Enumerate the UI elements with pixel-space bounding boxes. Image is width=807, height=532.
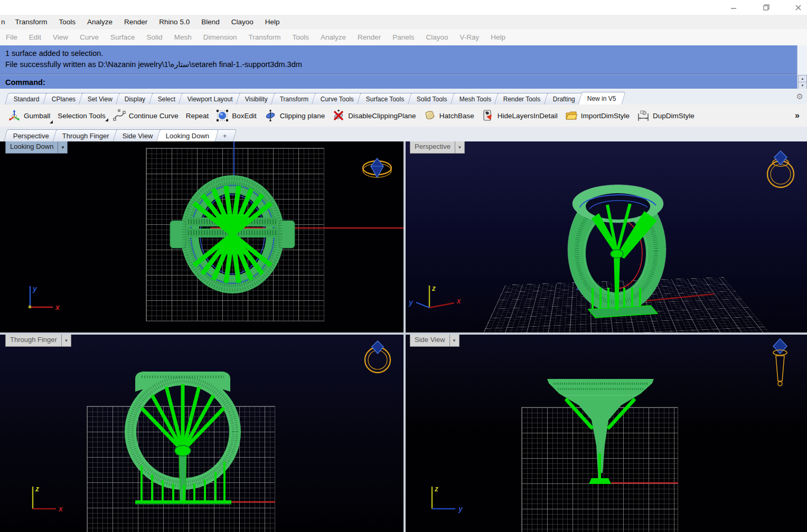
axis-indicator: y x [29, 284, 60, 311]
menu-clayoo2[interactable]: Clayoo [420, 33, 454, 41]
menu-tools2[interactable]: Tools [286, 33, 315, 41]
dup-dimstyle-button[interactable]: DupDimStyle [633, 108, 698, 124]
viewport-grid: y x Looking Down ▼ [0, 141, 807, 532]
menu-panels[interactable]: Panels [387, 33, 420, 41]
close-button[interactable] [789, 2, 807, 13]
svg-text:y: y [32, 284, 37, 293]
viewport-tab-through-finger[interactable]: Through Finger [53, 129, 119, 141]
toolbar-overflow-chevron[interactable]: » [795, 111, 800, 120]
command-history: 1 surface added to selection. File succe… [0, 45, 797, 77]
ring-view-indicator-icon [365, 341, 390, 373]
command-input[interactable]: Command: [0, 75, 797, 89]
import-dimstyle-button[interactable]: ImportDimStyle [561, 108, 633, 124]
dropdown-corner [105, 118, 108, 121]
menu-analyze2[interactable]: Analyze [315, 33, 352, 41]
boxedit-icon [216, 109, 229, 122]
menu-dimension[interactable]: Dimension [198, 33, 243, 41]
menu-solid[interactable]: Solid [141, 33, 168, 41]
tab-visibility[interactable]: Visibility [236, 93, 277, 104]
tab-viewport-layout[interactable]: Viewport Layout [179, 93, 242, 104]
command-prompt-label: Command: [5, 78, 45, 87]
ring-view-indicator-icon [767, 151, 794, 187]
minimize-button[interactable] [725, 2, 743, 13]
hatchbase-button[interactable]: HatchBase [420, 108, 478, 124]
menu-mesh[interactable]: Mesh [168, 33, 198, 41]
viewport-title-through-finger[interactable]: Through Finger ▼ [5, 335, 71, 347]
scroll-down-button[interactable]: ▼ [798, 82, 807, 89]
menu-help2[interactable]: Help [485, 33, 511, 41]
side-view-model: z y [406, 335, 807, 532]
menu-vray[interactable]: V-Ray [454, 33, 485, 41]
tab-solid-tools[interactable]: Solid Tools [408, 93, 456, 104]
continue-curve-icon [113, 109, 126, 122]
command-scrollbar[interactable]: ▲ ▼ [797, 45, 807, 89]
viewport-title-side-view[interactable]: Side View ▼ [410, 335, 459, 347]
continue-curve-button[interactable]: Continue Curve [109, 108, 182, 124]
clipping-plane-button[interactable]: Clipping plane [260, 108, 329, 124]
menu-view[interactable]: View [47, 33, 74, 41]
menu-tools[interactable]: Tools [53, 18, 82, 26]
hide-layers-in-detail-button[interactable]: HideLayersInDetail [478, 108, 561, 124]
restore-button[interactable] [757, 2, 775, 13]
svg-text:z: z [35, 484, 39, 493]
svg-text:z: z [434, 484, 438, 493]
viewport-tab-perspective[interactable]: Perspective [4, 129, 59, 141]
viewport-tab-bar: Perspective Through Finger Side View Loo… [0, 127, 807, 141]
menu-edit[interactable]: Edit [23, 33, 47, 41]
selection-tools-button[interactable]: Selection Tools [54, 110, 109, 121]
menu-transform[interactable]: Transform [10, 18, 53, 26]
close-icon [795, 4, 802, 11]
menu-surface[interactable]: Surface [105, 33, 141, 41]
tab-cplanes[interactable]: CPlanes [43, 93, 85, 104]
viewport-through-finger[interactable]: z x Through Finger ▼ [0, 335, 404, 532]
tab-render-tools[interactable]: Render Tools [494, 93, 550, 104]
svg-text:y: y [458, 505, 463, 513]
through-finger-model: z x [0, 335, 404, 532]
gear-icon[interactable]: ⚙ [796, 92, 803, 101]
tab-new-in-v5[interactable]: New in V5 [578, 92, 625, 104]
menu-help[interactable]: Help [259, 18, 286, 26]
hatchbase-icon [424, 109, 436, 122]
boxedit-button[interactable]: BoxEdit [212, 108, 260, 124]
repeat-button[interactable]: Repeat [182, 110, 213, 121]
gumball-button[interactable]: Gumball [4, 108, 54, 124]
menu-curve[interactable]: Curve [74, 33, 105, 41]
hide-layers-icon [482, 109, 494, 122]
viewport-title-looking-down[interactable]: Looking Down ▼ [5, 141, 68, 154]
viewport-menu-arrow-icon[interactable]: ▼ [455, 141, 464, 153]
menu-rhino50[interactable]: Rhino 5.0 [153, 18, 195, 26]
viewport-tab-looking-down[interactable]: Looking Down [156, 129, 219, 141]
scroll-up-button[interactable]: ▲ [798, 75, 807, 82]
svg-text:x: x [55, 303, 60, 311]
dropdown-corner [50, 120, 53, 124]
menu-item[interactable]: n [0, 18, 10, 26]
menu-blend[interactable]: Blend [195, 18, 226, 26]
disable-clipping-plane-button[interactable]: DisableClippingPlane [329, 108, 419, 124]
menu-clayoo[interactable]: Clayoo [226, 18, 259, 26]
menu-analyze[interactable]: Analyze [81, 18, 118, 26]
menu-file[interactable]: File [0, 33, 23, 41]
tab-mesh-tools[interactable]: Mesh Tools [450, 93, 500, 104]
tab-surface-tools[interactable]: Surface Tools [357, 93, 414, 104]
menu-render2[interactable]: Render [352, 33, 387, 41]
svg-text:z: z [431, 284, 436, 292]
command-history-line: 1 surface added to selection. [5, 48, 797, 59]
tab-standard[interactable]: Standard [5, 93, 49, 104]
rhino-window: n Transform Tools Analyze Render Rhino 5… [0, 0, 807, 532]
tab-curve-tools[interactable]: Curve Tools [312, 93, 363, 104]
viewport-menu-arrow-icon[interactable]: ▼ [61, 335, 71, 346]
viewport-menu-arrow-icon[interactable]: ▼ [58, 141, 67, 153]
viewport-title-perspective[interactable]: Perspective ▼ [410, 141, 465, 154]
clipping-plane-icon [264, 109, 277, 122]
toolbar: Gumball Selection Tools Continue Curve R… [0, 104, 807, 127]
menu-transform2[interactable]: Transform [242, 33, 286, 41]
tab-set-view[interactable]: Set View [79, 93, 121, 104]
menu-render[interactable]: Render [118, 18, 153, 26]
svg-text:y: y [408, 298, 414, 307]
viewport-side-view[interactable]: z y Side View ▼ [406, 335, 807, 532]
viewport-tab-side-view[interactable]: Side View [113, 129, 163, 141]
viewport-menu-arrow-icon[interactable]: ▼ [449, 335, 459, 346]
viewport-perspective[interactable]: z x y Perspective ▼ [406, 141, 807, 332]
viewport-looking-down[interactable]: y x Looking Down ▼ [0, 141, 404, 332]
tab-transform[interactable]: Transform [271, 93, 318, 104]
